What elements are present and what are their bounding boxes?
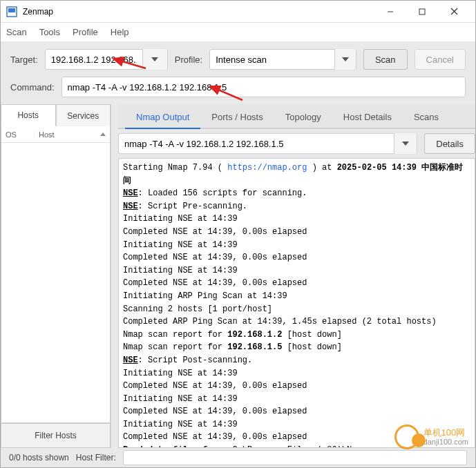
- host-filter-input[interactable]: [123, 450, 467, 465]
- minimize-button[interactable]: [374, 1, 406, 22]
- chevron-down-icon: [151, 57, 158, 61]
- titlebar: Zenmap: [1, 1, 475, 23]
- host-list: OS Host: [1, 126, 111, 423]
- tab-topology[interactable]: Topology: [274, 106, 332, 128]
- command-row: Command:: [1, 77, 475, 104]
- statusbar: 0/0 hosts shown Host Filter:: [1, 448, 475, 467]
- command-input[interactable]: [61, 77, 466, 97]
- window-title: Zenmap: [23, 7, 374, 17]
- cancel-button: Cancel: [415, 49, 466, 70]
- tab-ports-hosts[interactable]: Ports / Hosts: [200, 106, 274, 128]
- menubar: Scan Tools Profile Help: [1, 23, 475, 42]
- output-command-dropdown[interactable]: [394, 133, 417, 154]
- output-command-input[interactable]: [119, 134, 394, 153]
- target-dropdown-button[interactable]: [142, 49, 167, 70]
- target-combo[interactable]: [45, 49, 168, 70]
- maximize-button[interactable]: [406, 1, 438, 22]
- watermark-logo-icon: [394, 425, 419, 449]
- menu-help[interactable]: Help: [111, 27, 129, 37]
- tab-host-details[interactable]: Host Details: [332, 106, 403, 128]
- scan-button[interactable]: Scan: [363, 49, 408, 70]
- host-col-os[interactable]: OS: [1, 130, 35, 139]
- svg-rect-1: [8, 8, 15, 12]
- sort-asc-icon: [100, 133, 106, 136]
- menu-profile[interactable]: Profile: [73, 27, 98, 37]
- output-command-combo[interactable]: [118, 133, 417, 154]
- side-tabs: Hosts Services: [1, 104, 111, 126]
- menu-scan[interactable]: Scan: [6, 27, 27, 37]
- chevron-down-icon: [342, 57, 349, 61]
- tab-hosts[interactable]: Hosts: [1, 104, 56, 126]
- menu-tools[interactable]: Tools: [39, 27, 60, 37]
- nmap-output-text[interactable]: Starting Nmap 7.94 ( https://nmap.org ) …: [118, 158, 475, 448]
- profile-label: Profile:: [175, 55, 202, 65]
- target-label: Target:: [10, 55, 38, 65]
- filter-hosts-button[interactable]: Filter Hosts: [1, 423, 111, 448]
- command-label: Command:: [10, 82, 55, 92]
- chevron-down-icon: [402, 142, 409, 146]
- host-filter-label: Host Filter:: [76, 453, 116, 462]
- toolbar: Target: Profile: Scan Cancel: [1, 42, 475, 77]
- details-button[interactable]: Details: [424, 133, 475, 154]
- right-pane: Nmap Output Ports / Hosts Topology Host …: [111, 104, 475, 448]
- main-tabs: Nmap Output Ports / Hosts Topology Host …: [118, 104, 475, 129]
- output-toolbar: Details: [118, 129, 475, 158]
- profile-combo[interactable]: [209, 49, 356, 70]
- app-icon: [6, 6, 17, 17]
- profile-dropdown-button[interactable]: [334, 49, 356, 70]
- tab-scans[interactable]: Scans: [403, 106, 450, 128]
- host-col-host[interactable]: Host: [35, 130, 110, 139]
- tab-services[interactable]: Services: [56, 104, 111, 126]
- svg-rect-3: [419, 9, 425, 14]
- tab-nmap-output[interactable]: Nmap Output: [125, 106, 200, 128]
- close-button[interactable]: [438, 1, 470, 22]
- nmap-link[interactable]: https://nmap.org: [227, 163, 307, 173]
- watermark: 单机100网danji100.com: [394, 425, 468, 449]
- left-pane: Hosts Services OS Host Filter Hosts: [1, 104, 111, 448]
- target-input[interactable]: [46, 50, 142, 69]
- main-area: Hosts Services OS Host Filter Hosts Nmap…: [1, 104, 475, 448]
- hosts-shown-count: 0/0 hosts shown: [9, 453, 69, 462]
- profile-input[interactable]: [210, 50, 334, 69]
